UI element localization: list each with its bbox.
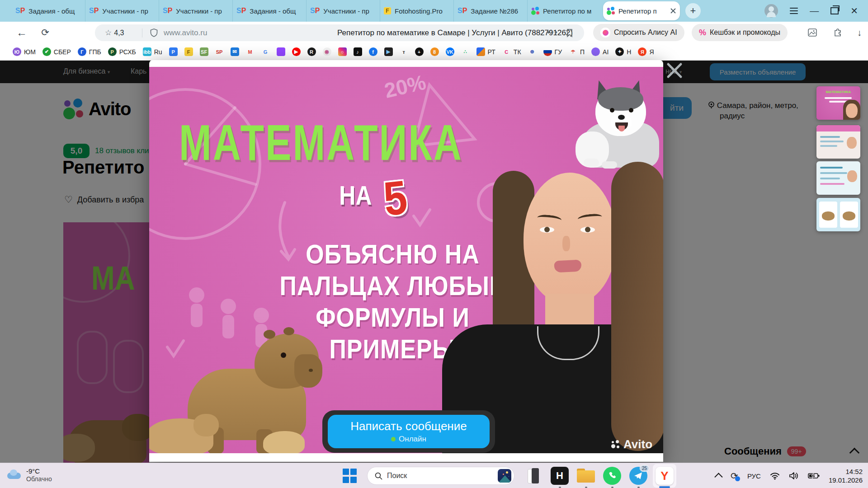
bookmark-item[interactable]: VK: [446, 47, 454, 56]
address-bar[interactable]: ☆4,3 www.avito.ru Репетитор по математик…: [95, 24, 584, 41]
taskbar-search-box[interactable]: Поиск: [367, 467, 514, 485]
back-button[interactable]: ←: [14, 22, 30, 43]
taskbar-app-hh[interactable]: H: [550, 466, 570, 486]
hh-icon: H: [551, 467, 569, 485]
downloads-icon[interactable]: ↓: [853, 22, 866, 43]
bookmark-favicon: P: [169, 47, 178, 56]
clock[interactable]: 14:52 19.01.2026: [829, 467, 863, 484]
bookmark-item[interactable]: AI: [591, 47, 609, 56]
phone-link-icon: [528, 468, 539, 483]
bookmark-item[interactable]: +: [415, 47, 424, 56]
wifi-icon[interactable]: [770, 472, 780, 480]
taskbar-weather-widget[interactable]: -9°CОблачно: [6, 467, 52, 483]
bookmark-item[interactable]: ✔ СБЕР: [42, 47, 71, 56]
taskbar-app-whatsapp[interactable]: [602, 466, 622, 486]
lightbox-close-button[interactable]: [665, 61, 684, 80]
bookmark-item[interactable]: C ТК: [502, 47, 521, 56]
bookmark-item[interactable]: Р РСХБ: [108, 47, 136, 56]
sync-tray-icon[interactable]: ⟳: [731, 470, 738, 481]
tab-2[interactable]: SPУчастники - пр: [85, 0, 159, 22]
more-icon[interactable]: •••: [547, 24, 558, 41]
bookmark-item[interactable]: R: [307, 47, 316, 56]
tab-3[interactable]: SPУчастники - пр: [159, 0, 233, 22]
tab-1[interactable]: SPЗадания - общ: [12, 0, 85, 22]
bookmark-item[interactable]: ◉: [323, 47, 331, 56]
bookmark-item[interactable]: Я Я: [638, 47, 654, 56]
extensions-puzzle-icon[interactable]: [831, 22, 844, 43]
taskbar-app-telegram[interactable]: 25: [628, 466, 648, 486]
bookmark-item[interactable]: SF: [200, 47, 208, 56]
screenshot-icon[interactable]: [806, 22, 819, 43]
windows-taskbar: -9°CОблачно Поиск H 25 Y ⟳ РУС 14:5: [0, 463, 868, 488]
gallery-thumbnail-2[interactable]: [816, 125, 860, 159]
start-button[interactable]: [343, 469, 357, 483]
bookmark-item[interactable]: т: [400, 47, 408, 56]
bookmark-item[interactable]: SP: [215, 47, 224, 56]
bookmark-item[interactable]: f: [369, 47, 377, 56]
bookmark-item[interactable]: ○: [338, 47, 347, 56]
volume-icon[interactable]: [789, 472, 799, 480]
ask-alice-button[interactable]: Спросить Алису AI: [593, 24, 684, 41]
bookmark-item[interactable]: F: [184, 47, 193, 56]
search-highlight-image[interactable]: [498, 469, 511, 483]
tab-5[interactable]: SPУчастники - пр: [307, 0, 380, 22]
tab-label: Репетитор по м: [543, 7, 598, 15]
tab-close-icon[interactable]: [670, 8, 676, 14]
cashback-button[interactable]: % Кешбэк и промокоды: [692, 24, 788, 41]
bookmark-item[interactable]: M: [246, 47, 255, 56]
bookmark-item[interactable]: ГУ: [543, 47, 562, 56]
bookmark-item[interactable]: Ю ЮМ: [13, 47, 36, 56]
tab-4[interactable]: SPЗадания - общ: [233, 0, 307, 22]
bookmark-item[interactable]: G: [261, 47, 270, 56]
bookmark-label: П: [580, 48, 585, 56]
bookmark-item[interactable]: ✦ Н: [615, 47, 631, 56]
bookmark-item[interactable]: 8: [430, 47, 439, 56]
window-controls: — ✕: [764, 4, 868, 18]
refresh-button[interactable]: ⟳: [37, 22, 53, 43]
bookmark-item[interactable]: [277, 47, 285, 56]
bookmark-item[interactable]: ibb Ru: [143, 47, 162, 56]
telegram-badge: 25: [640, 465, 649, 472]
taskbar-app-explorer[interactable]: [576, 466, 596, 486]
bookmark-item[interactable]: ☂ П: [569, 47, 585, 56]
gallery-thumbnail-1[interactable]: МАТЕМАТИКА: [816, 86, 860, 120]
bookmark-label: РТ: [488, 48, 495, 56]
gallery-thumbnail-4[interactable]: [816, 198, 860, 231]
minimize-button[interactable]: —: [810, 6, 819, 15]
bookmark-item[interactable]: ✉: [231, 47, 239, 56]
close-window-button[interactable]: ✕: [850, 6, 858, 15]
tab-6[interactable]: FFotohosting.Pro: [380, 0, 454, 22]
tab-7[interactable]: SPЗадание №286: [454, 0, 528, 22]
tab-label: Участники - пр: [176, 7, 229, 15]
tab-label: Участники - пр: [102, 7, 155, 15]
tab-8[interactable]: Репетитор по м: [528, 0, 601, 22]
telegram-icon: 25: [629, 467, 647, 485]
bookmark-item[interactable]: РТ: [476, 47, 495, 56]
write-message-button[interactable]: Написать сообщение Онлайн: [328, 415, 490, 448]
tray-chevron-icon[interactable]: [714, 473, 722, 481]
bookmark-item[interactable]: ♪: [354, 47, 362, 56]
bookmark-item[interactable]: ▶: [292, 47, 301, 56]
security-shield-icon[interactable]: [150, 24, 158, 41]
bookmark-favicon: SF: [200, 47, 208, 56]
bookmark-item[interactable]: Г ГПБ: [78, 47, 101, 56]
bookmark-item[interactable]: ∴: [461, 47, 470, 56]
bookmark-favicon: Г: [78, 47, 86, 56]
profile-avatar[interactable]: [764, 4, 778, 18]
taskbar-app-phone[interactable]: [524, 466, 543, 486]
bookmark-flag-icon[interactable]: [566, 24, 573, 41]
battery-icon[interactable]: [808, 473, 820, 479]
menu-icon[interactable]: [790, 8, 798, 14]
bookmark-item[interactable]: ⊕: [528, 47, 537, 56]
bookmark-item[interactable]: P: [169, 47, 178, 56]
language-indicator[interactable]: РУС: [747, 472, 761, 480]
new-tab-button[interactable]: +: [685, 3, 701, 19]
taskbar-app-yandex-browser[interactable]: Y: [653, 464, 676, 488]
ad-image[interactable]: 20% МАТЕМАТИКА НА5 ОБЪЯСНЮ НА ПАЛЬЦАХ ЛЮ…: [149, 67, 663, 453]
gallery-thumbnail-3[interactable]: [816, 161, 860, 195]
bookmark-favicon: Ю: [13, 47, 21, 56]
bookmark-label: Н: [627, 48, 631, 56]
maximize-button[interactable]: [830, 7, 839, 14]
tab-active[interactable]: Репетитор п: [603, 1, 680, 20]
bookmark-item[interactable]: ▶: [384, 47, 393, 56]
